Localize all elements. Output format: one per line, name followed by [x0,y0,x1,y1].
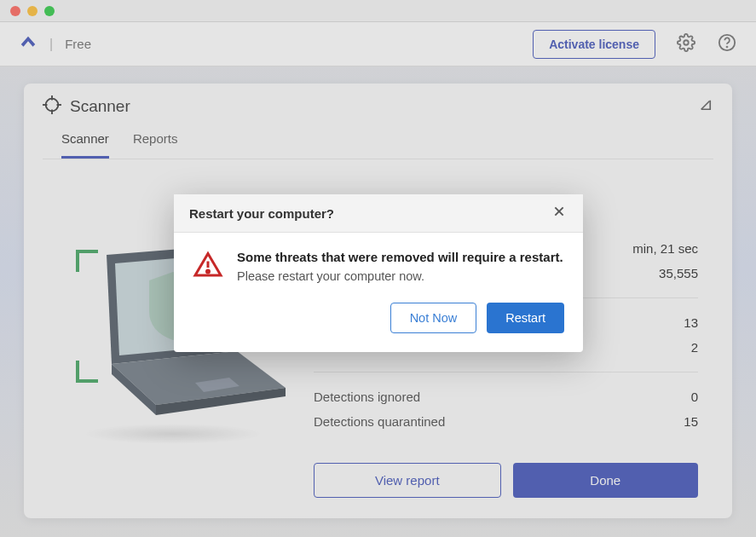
window-close-button[interactable] [10,6,20,16]
svg-line-8 [701,101,710,110]
result-label-ignored: Detections ignored [314,390,420,404]
app-topbar: | Free Activate license [0,22,756,66]
window-minimize-button[interactable] [27,6,38,16]
result-value-time: min, 21 sec [632,241,698,256]
result-actions: View report Done [314,463,698,498]
result-value-pups: 2 [691,340,698,355]
help-icon [718,33,736,55]
result-value-ignored: 0 [691,390,698,404]
brand-tier-label: Free [65,37,91,51]
svg-point-3 [46,99,59,112]
modal-subtext: Please restart your computer now. [237,269,564,283]
brand-divider: | [49,37,53,52]
done-button[interactable]: Done [513,463,699,498]
result-label-quarantined: Detections quarantined [314,414,445,429]
svg-point-2 [727,46,728,47]
result-row-quarantined: Detections quarantined 15 [314,409,698,434]
tab-bar: Scanner Reports [43,123,713,159]
window-maximize-button[interactable] [44,6,55,16]
svg-point-18 [207,270,210,273]
not-now-button[interactable]: Not Now [390,303,477,333]
restart-modal: Restart your computer? Some threats that… [174,194,583,352]
result-value-quarantined: 15 [684,414,698,429]
collapse-icon[interactable] [698,97,713,116]
restart-button[interactable]: Restart [487,303,564,333]
modal-title: Restart your computer? [189,206,551,221]
window-controls [10,6,55,16]
app-window: | Free Activate license Scanner [0,0,756,537]
modal-heading: Some threats that were removed will requ… [237,250,564,264]
page-title: Scanner [70,97,130,116]
modal-text: Some threats that were removed will requ… [237,250,564,284]
settings-button[interactable] [676,34,696,55]
close-icon [552,205,566,222]
result-row-ignored: Detections ignored 0 [314,384,698,409]
tab-scanner[interactable]: Scanner [61,131,109,159]
warning-icon [193,250,223,284]
modal-actions: Not Now Restart [174,303,583,352]
modal-header: Restart your computer? [174,194,583,233]
window-titlebar [0,0,756,22]
modal-close-button[interactable] [551,205,568,222]
tab-reports[interactable]: Reports [133,131,178,159]
brand-logo-icon [19,35,38,54]
gear-icon [677,33,695,55]
card-header: Scanner [24,84,732,123]
svg-point-0 [684,40,689,45]
target-icon [43,95,61,118]
view-report-button[interactable]: View report [314,463,501,498]
result-value-items: 35,555 [659,266,698,280]
modal-body: Some threats that were removed will requ… [174,233,583,303]
help-button[interactable] [717,34,737,55]
activate-license-button[interactable]: Activate license [533,30,655,59]
result-value-detections: 13 [684,315,698,330]
